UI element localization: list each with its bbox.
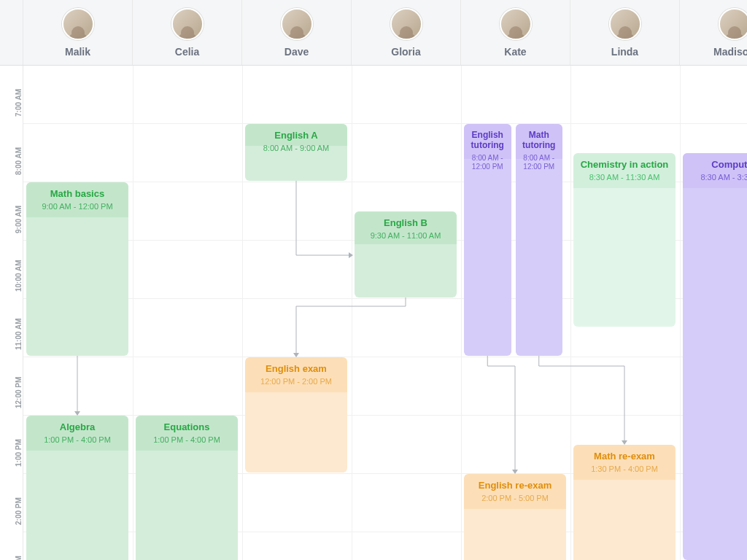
avatar <box>62 8 94 40</box>
event-title: English B <box>360 217 451 228</box>
event-time: 8:00 AM - 9:00 AM <box>251 144 341 152</box>
person-name: Dave <box>285 46 309 58</box>
event-english-reexam[interactable]: English re-exam2:00 PM - 5:00 PM <box>464 474 566 560</box>
time-column: 7:00 AM8:00 AM9:00 AM10:00 AM11:00 AM12:… <box>0 66 23 560</box>
event-title: Equations <box>142 421 232 432</box>
event-english-tutoring[interactable]: English tutoring8:00 AM - 12:00 PM <box>464 124 511 356</box>
hour-row <box>23 357 747 416</box>
event-time: 1:00 PM - 4:00 PM <box>32 435 123 444</box>
event-math-tutoring[interactable]: Math tutoring8:00 AM - 12:00 PM <box>516 124 563 356</box>
column-divider <box>680 66 681 560</box>
event-title: English A <box>251 130 341 141</box>
event-math-reexam[interactable]: Math re-exam1:30 PM - 4:00 PM <box>573 445 676 560</box>
event-title: English re-exam <box>470 480 560 491</box>
time-column-spacer <box>0 0 23 65</box>
event-title: Math basics <box>32 188 123 199</box>
event-equations[interactable]: Equations1:00 PM - 4:00 PM <box>136 416 238 560</box>
event-time: 8:00 AM - 12:00 PM <box>470 154 506 171</box>
person-column-celia[interactable]: Celia <box>133 0 242 65</box>
column-divider <box>242 66 243 560</box>
event-time: 1:30 PM - 4:00 PM <box>579 464 670 473</box>
time-label: 2:00 PM <box>15 502 23 525</box>
person-column-malik[interactable]: Malik <box>23 0 133 65</box>
event-time: 8:30 AM - 11:30 AM <box>579 173 670 182</box>
event-time: 2:00 PM - 5:00 PM <box>470 494 560 502</box>
event-time: 8:30 AM - 3:30 PM <box>689 173 747 182</box>
avatar <box>390 8 422 40</box>
person-column-gloria[interactable]: Gloria <box>352 0 461 65</box>
event-english-exam[interactable]: English exam12:00 PM - 2:00 PM <box>245 357 347 472</box>
person-name: Linda <box>611 46 638 58</box>
person-column-kate[interactable]: Kate <box>461 0 570 65</box>
event-title: Math tutoring <box>522 130 557 151</box>
time-label: 12:00 PM <box>15 385 23 408</box>
person-column-dave[interactable]: Dave <box>242 0 352 65</box>
avatar <box>281 8 313 40</box>
person-name: Kate <box>504 46 526 58</box>
event-title: English tutoring <box>470 130 506 151</box>
time-label: 1:00 PM <box>15 443 23 467</box>
event-computer[interactable]: Computer8:30 AM - 3:30 PM <box>683 153 747 560</box>
column-divider <box>461 66 462 560</box>
event-title: Math re-exam <box>579 451 670 462</box>
column-divider <box>352 66 352 560</box>
event-title: Chemistry in action <box>579 159 670 170</box>
person-name: Madison <box>713 46 747 58</box>
person-name: Gloria <box>391 46 420 58</box>
avatar <box>719 8 748 40</box>
time-label: 7:00 AM <box>15 93 23 117</box>
event-math-basics[interactable]: Math basics9:00 AM - 12:00 PM <box>26 182 128 356</box>
person-name: Celia <box>175 46 199 58</box>
avatar <box>500 8 532 40</box>
hour-row <box>23 66 747 124</box>
time-label: 9:00 AM <box>15 210 23 233</box>
column-divider <box>133 66 133 560</box>
event-time: 8:00 AM - 12:00 PM <box>522 154 557 171</box>
time-label: 10:00 AM <box>15 268 23 292</box>
event-title: Computer <box>689 159 747 170</box>
schedule-body: 7:00 AM8:00 AM9:00 AM10:00 AM11:00 AM12:… <box>0 66 747 560</box>
person-column-linda[interactable]: Linda <box>570 0 680 65</box>
event-chemistry[interactable]: Chemistry in action8:30 AM - 11:30 AM <box>573 153 676 327</box>
event-time: 9:30 AM - 11:00 AM <box>360 231 451 240</box>
person-column-madison[interactable]: Madison <box>680 0 747 65</box>
avatar <box>609 8 641 40</box>
event-title: English exam <box>251 363 341 374</box>
column-divider <box>570 66 571 560</box>
event-time: 1:00 PM - 4:00 PM <box>142 435 232 444</box>
event-time: 9:00 AM - 12:00 PM <box>32 202 123 211</box>
event-time: 12:00 PM - 2:00 PM <box>251 377 341 386</box>
avatar <box>171 8 204 40</box>
person-name: Malik <box>65 46 90 58</box>
event-english-a[interactable]: English A8:00 AM - 9:00 AM <box>245 124 347 181</box>
event-algebra[interactable]: Algebra1:00 PM - 4:00 PM <box>26 416 128 560</box>
event-english-b[interactable]: English B9:30 AM - 11:00 AM <box>355 211 457 298</box>
event-title: Algebra <box>32 421 123 432</box>
schedule-header: MalikCeliaDaveGloriaKateLindaMadison <box>0 0 747 66</box>
people-row: MalikCeliaDaveGloriaKateLindaMadison <box>23 0 747 65</box>
time-label: 11:00 AM <box>15 327 23 350</box>
time-label: 8:00 AM <box>15 152 23 175</box>
schedule-grid[interactable]: Math basics9:00 AM - 12:00 PMAlgebra1:00… <box>23 66 747 560</box>
